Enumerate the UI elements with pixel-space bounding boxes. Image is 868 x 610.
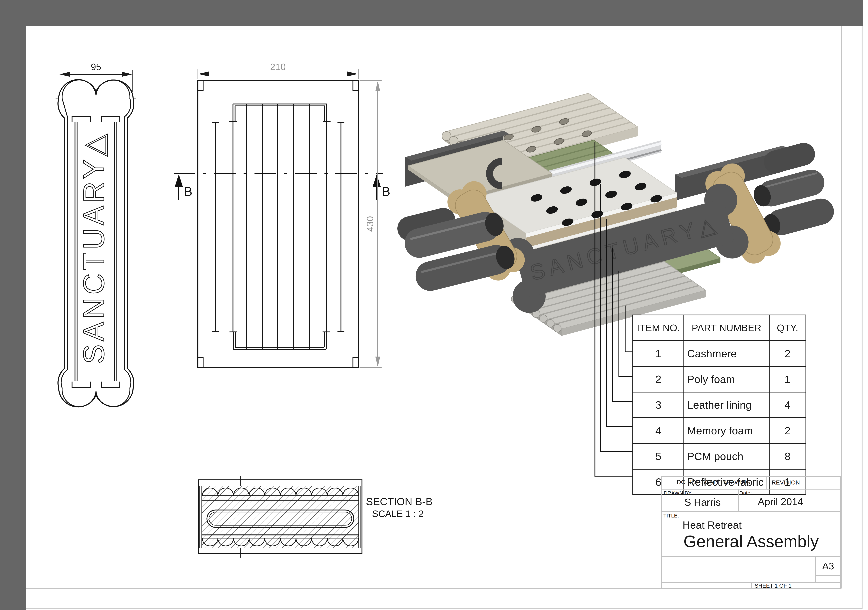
dim-95-text: 95 bbox=[91, 62, 101, 72]
product-name: Heat Retreat bbox=[683, 519, 742, 531]
bom-qty: 2 bbox=[769, 341, 806, 367]
section-view: SECTION B-B SCALE 1 : 2 bbox=[198, 476, 432, 557]
bom-part: PCM pouch bbox=[684, 444, 769, 469]
bom-qty: 2 bbox=[769, 418, 806, 444]
dim-430: 430 bbox=[360, 81, 381, 367]
sheet-number: SHEET 1 OF 1 bbox=[755, 582, 792, 589]
bom-row: 1 Cashmere 2 bbox=[633, 341, 806, 367]
top-view: B B 210 430 bbox=[174, 62, 390, 367]
do-not-scale-note: DO NOT SCALE DRAWING bbox=[661, 479, 766, 486]
bom-part: Leather lining bbox=[684, 392, 769, 418]
date-value: April 2014 bbox=[758, 496, 803, 508]
bom-part: Cashmere bbox=[684, 341, 769, 367]
front-brand-text: SANCTUARY△ bbox=[78, 131, 110, 364]
bom-part: Poly foam bbox=[684, 367, 769, 392]
bom-header-part: PART NUMBER bbox=[684, 315, 769, 341]
bom-qty: 8 bbox=[769, 444, 806, 469]
drawing-title: General Assembly bbox=[684, 532, 819, 551]
title-block: DO NOT SCALE DRAWING REVISION DRAWN BY: … bbox=[661, 476, 842, 589]
dim-430-text: 430 bbox=[365, 216, 375, 232]
section-scale: SCALE 1 : 2 bbox=[372, 508, 423, 519]
bom-table: ITEM NO. PART NUMBER QTY. 1 Cashmere 2 2… bbox=[632, 314, 806, 495]
bom-header-qty: QTY. bbox=[769, 315, 806, 341]
bom-qty: 1 bbox=[769, 367, 806, 392]
title-label: TITLE: bbox=[663, 513, 679, 519]
drawn-by-label: DRAWN BY: bbox=[664, 490, 693, 496]
section-letter-left: B bbox=[184, 184, 192, 198]
bom-row: 2 Poly foam 1 bbox=[633, 367, 806, 392]
bom-qty: 4 bbox=[769, 392, 806, 418]
bom-row: 3 Leather lining 4 bbox=[633, 392, 806, 418]
section-letter-right: B bbox=[382, 184, 390, 198]
bom-item: 2 bbox=[633, 367, 684, 392]
date-label: Date: bbox=[739, 490, 752, 496]
bom-item: 5 bbox=[633, 444, 684, 469]
paper-size: A3 bbox=[815, 560, 841, 571]
bom-item: 3 bbox=[633, 392, 684, 418]
drawing-sheet-window: SANCTUARY△ 95 bbox=[0, 0, 868, 610]
bom-header-row: ITEM NO. PART NUMBER QTY. bbox=[633, 315, 806, 341]
bom-row: 5 PCM pouch 8 bbox=[633, 444, 806, 469]
bom-part: Memory foam bbox=[684, 418, 769, 444]
dim-210: 210 bbox=[198, 62, 358, 79]
bom-header-item: ITEM NO. bbox=[633, 315, 684, 341]
bom-item: 4 bbox=[633, 418, 684, 444]
bom-row: 4 Memory foam 2 bbox=[633, 418, 806, 444]
section-title: SECTION B-B bbox=[366, 496, 432, 508]
front-view: SANCTUARY△ 95 bbox=[56, 62, 137, 407]
dim-210-text: 210 bbox=[270, 62, 286, 72]
revision-label: REVISION bbox=[772, 479, 800, 486]
bom-item: 1 bbox=[633, 341, 684, 367]
drawn-by-value: S Harris bbox=[684, 496, 721, 508]
